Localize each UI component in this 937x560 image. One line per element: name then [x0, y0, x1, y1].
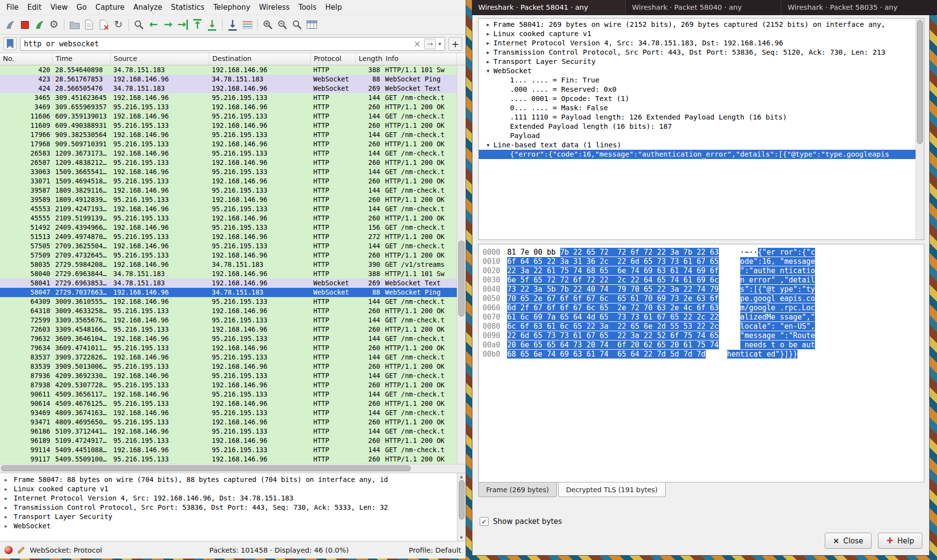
- expander-icon[interactable]: ▸: [483, 57, 493, 66]
- hex-row-0020[interactable]: 002022 3a 22 61 75 74 68 65 6e 74 69 63 …: [483, 266, 924, 276]
- packet-row-11606[interactable]: 11606609.359139013192.168.146.9695.216.1…: [0, 112, 466, 121]
- details-scrollbar[interactable]: ▲ ▼: [457, 473, 466, 541]
- packet-row-64318[interactable]: 643183009.4633258…95.216.195.133192.168.…: [0, 306, 466, 316]
- packet-row-58041[interactable]: 580412729.6963853…34.78.151.183192.168.1…: [0, 279, 466, 288]
- detail-line[interactable]: ▸Frame 58047: 88 bytes on wire (704 bits…: [4, 475, 457, 484]
- hex-row-00a0[interactable]: 00a020 6e 65 65 64 73 20 74 6f 20 62 65 …: [483, 340, 924, 350]
- packet-row-11609[interactable]: 11609609.49038893195.216.195.133192.168.…: [0, 121, 466, 130]
- menu-analyze[interactable]: Analyze: [129, 1, 166, 14]
- capture-comment-icon[interactable]: [17, 546, 25, 554]
- help-button[interactable]: Help: [878, 533, 922, 549]
- menu-statistics[interactable]: Statistics: [166, 1, 209, 14]
- detail-line[interactable]: ▸WebSocket: [4, 521, 457, 531]
- hex-row-0040[interactable]: 004073 22 3a 5b 7b 22 40 74 79 70 65 22 …: [483, 285, 924, 294]
- zoom-reset-button[interactable]: [290, 18, 304, 32]
- hex-row-0030[interactable]: 00306e 5f 65 72 72 6f 72 22 2c 22 64 65 …: [483, 276, 924, 285]
- hex-row-0050[interactable]: 005070 65 2e 67 6f 6f 67 6c 65 61 70 69 …: [483, 294, 924, 303]
- capture-options-button[interactable]: ⚙: [47, 18, 61, 32]
- packet-row-39589[interactable]: 395891809.4912839…95.216.195.133192.168.…: [0, 195, 466, 204]
- packet-row-87938[interactable]: 879384209.5307728…95.216.195.133192.168.…: [0, 380, 466, 390]
- packet-row-3465[interactable]: 3465309.451623645192.168.146.9695.216.19…: [0, 93, 466, 102]
- go-last-button[interactable]: ↓: [205, 18, 219, 32]
- go-first-button[interactable]: ↑: [190, 18, 204, 32]
- profile-status[interactable]: Profile: Default: [388, 546, 461, 554]
- close-button[interactable]: × Close: [825, 533, 872, 549]
- expert-info-icon[interactable]: [4, 546, 13, 554]
- filter-bookmark-button[interactable]: [3, 37, 17, 50]
- packet-row-3469[interactable]: 3469309.65596935795.216.195.133192.168.1…: [0, 102, 466, 112]
- save-file-button[interactable]: [82, 18, 96, 32]
- title-bar-packet-58040[interactable]: Wireshark · Packet 58040 · any: [626, 0, 781, 15]
- tree-line[interactable]: .... 0001 = Opcode: Text (1): [479, 94, 924, 103]
- tree-line[interactable]: ▾WebSocket: [479, 66, 924, 76]
- packet-row-26583[interactable]: 265831209.3673173…192.168.146.9695.216.1…: [0, 149, 466, 158]
- hex-row-0060[interactable]: 00606d 2f 67 6f 6f 67 6c 65 2e 72 70 63 …: [483, 303, 924, 313]
- packet-row-51492[interactable]: 514922409.4394966…192.168.146.9695.216.1…: [0, 223, 466, 232]
- tree-line[interactable]: .111 1110 = Payload length: 126 Extended…: [479, 113, 924, 122]
- detail-line[interactable]: ▸Internet Protocol Version 4, Src: 192.1…: [4, 494, 457, 503]
- packet-row-424[interactable]: 42428.56650547634.78.151.183192.168.146.…: [0, 84, 466, 93]
- packet-row-58040[interactable]: 580402729.6963844…34.78.151.183192.168.1…: [0, 269, 466, 279]
- packet-row-58035[interactable]: 580352729.5984208…192.168.146.9634.78.15…: [0, 260, 466, 269]
- title-bar-packet-58035[interactable]: Wireshark · Packet 58035 · any: [781, 0, 937, 15]
- open-file-button[interactable]: [67, 18, 81, 32]
- expander-icon[interactable]: ▸: [483, 20, 493, 29]
- column-header-no[interactable]: No.: [0, 53, 53, 65]
- tree-line[interactable]: ▸Transport Layer Security: [479, 57, 924, 66]
- menu-telephony[interactable]: Telephony: [209, 1, 255, 14]
- tree-line[interactable]: 0... .... = Mask: False: [479, 103, 924, 113]
- hex-row-0080[interactable]: 00806c 6f 63 61 6c 65 22 3a 22 65 6e 2d …: [483, 322, 924, 331]
- auto-scroll-button[interactable]: ↓: [225, 18, 240, 32]
- packet-row-93469[interactable]: 934694809.3674163…192.168.146.9695.216.1…: [0, 408, 466, 418]
- packet-row-17966[interactable]: 17966909.382530564192.168.146.9695.216.1…: [0, 130, 466, 140]
- detail-line[interactable]: ▸Transmission Control Protocol, Src Port…: [4, 503, 457, 512]
- packet-row-83539[interactable]: 835393909.5013006…95.216.195.133192.168.…: [0, 362, 466, 371]
- scrollbar-thumb[interactable]: [458, 240, 465, 316]
- scroll-down-icon[interactable]: ▼: [460, 534, 463, 541]
- tree-line[interactable]: ▸Transmission Control Protocol, Src Port…: [479, 48, 924, 57]
- expander-icon[interactable]: [499, 103, 510, 113]
- scroll-up-icon[interactable]: ▲: [460, 473, 463, 480]
- packet-row-33071[interactable]: 330711509.4694518…95.216.195.133192.168.…: [0, 177, 466, 186]
- hex-row-0000[interactable]: 000081 7e 00 bb 7b 22 65 72 72 6f 72 22 …: [483, 248, 924, 257]
- hex-row-0070[interactable]: 007061 6c 69 7a 65 64 4d 65 73 73 61 67 …: [483, 313, 924, 322]
- packet-row-17968[interactable]: 17968909.50971039195.216.195.133192.168.…: [0, 140, 466, 149]
- packet-row-96186[interactable]: 961865109.3712441…192.168.146.9695.216.1…: [0, 427, 466, 436]
- hex-row-00b0[interactable]: 00b068 65 6e 74 69 63 61 74 65 64 22 7d …: [483, 350, 924, 359]
- menu-help[interactable]: Help: [321, 1, 346, 14]
- expander-icon[interactable]: ▾: [483, 140, 493, 150]
- menu-go[interactable]: Go: [72, 1, 91, 14]
- tree-line[interactable]: ▾Line-based text data (1 lines): [479, 140, 924, 150]
- filter-dropdown-icon[interactable]: ▾: [438, 40, 441, 47]
- scrollbar-thumb[interactable]: [459, 480, 465, 520]
- expander-icon[interactable]: [499, 85, 510, 94]
- reload-button[interactable]: ↻: [111, 18, 125, 32]
- find-packet-button[interactable]: [132, 18, 146, 32]
- column-header-info[interactable]: Info: [383, 53, 457, 65]
- expander-icon[interactable]: ▸: [483, 29, 493, 39]
- packet-row-79634[interactable]: 796343609.4741011…95.216.195.133192.168.…: [0, 343, 466, 353]
- packet-list-scrollbar[interactable]: [457, 65, 466, 464]
- packet-row-72599[interactable]: 725993309.3565676…192.168.146.9695.216.1…: [0, 316, 466, 325]
- filter-apply-button[interactable]: →: [424, 39, 436, 49]
- dialog-tree-scrollbar[interactable]: [916, 19, 924, 240]
- go-back-button[interactable]: ←: [146, 18, 161, 32]
- menu-edit[interactable]: Edit: [23, 1, 46, 14]
- tree-line[interactable]: ▸Internet Protocol Version 4, Src: 34.78…: [479, 39, 924, 48]
- start-capture-button[interactable]: [3, 18, 17, 32]
- packet-row-420[interactable]: 42028.55464089834.78.151.183192.168.146.…: [0, 65, 466, 75]
- scrollbar-thumb[interactable]: [917, 20, 923, 144]
- tree-line[interactable]: Extended Payload length (16 bits): 187: [479, 122, 924, 131]
- expander-icon[interactable]: ▸: [483, 39, 493, 48]
- packet-row-96189[interactable]: 961895109.4724917…95.216.195.133192.168.…: [0, 436, 466, 445]
- tree-line[interactable]: .000 .... = Reserved: 0x0: [479, 85, 924, 94]
- packet-row-99117[interactable]: 991175409.5509100…95.216.195.133192.168.…: [0, 455, 466, 464]
- tab-frame[interactable]: Frame (269 bytes): [478, 482, 557, 497]
- filter-input[interactable]: [24, 40, 410, 48]
- packet-row-90611[interactable]: 906114509.3656117…192.168.146.9695.216.1…: [0, 390, 466, 399]
- tree-line[interactable]: ▸Linux cooked capture v1: [479, 29, 924, 39]
- expander-icon[interactable]: ▸: [4, 503, 14, 512]
- expander-icon[interactable]: ▸: [4, 512, 14, 521]
- filter-add-button[interactable]: +: [448, 37, 462, 51]
- column-header-destination[interactable]: Destination: [209, 53, 311, 65]
